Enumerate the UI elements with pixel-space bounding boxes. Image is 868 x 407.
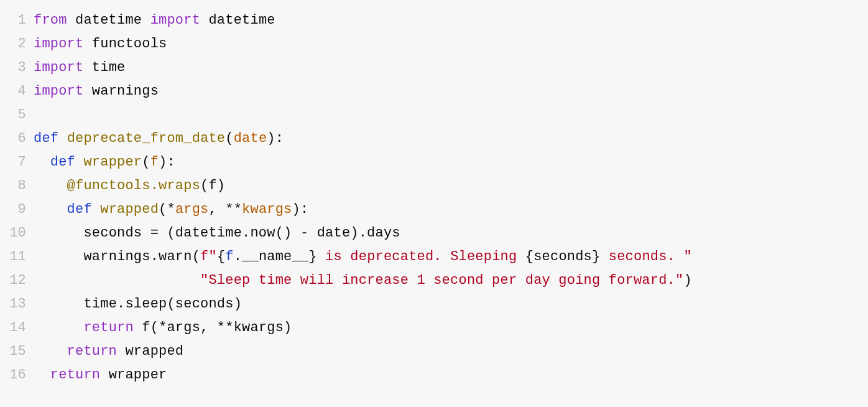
- token-plain: wrapper: [100, 367, 167, 383]
- code-line: 10 seconds = (datetime.now() - date).day…: [0, 222, 868, 245]
- token-plain: ):: [159, 154, 175, 170]
- token-fn: deprecate_from_date: [67, 131, 226, 146]
- line-number: 14: [0, 316, 34, 340]
- token-kw: return: [67, 344, 117, 359]
- token-plain: .__name__}: [234, 249, 317, 264]
- token-kw: from: [34, 12, 67, 28]
- token-plain: [58, 131, 67, 146]
- token-plain: datetime: [200, 12, 275, 28]
- line-number: 4: [0, 80, 34, 103]
- line-content: warnings.warn(f"{f.__name__} is deprecat…: [34, 245, 868, 269]
- token-str: seconds. ": [600, 249, 691, 264]
- token-plain: time: [83, 60, 125, 75]
- code-line: 3import time: [0, 56, 868, 80]
- line-content: def wrapper(f):: [34, 151, 868, 174]
- line-number: 9: [0, 198, 34, 222]
- token-str: "Sleep time will increase 1 second per d…: [200, 273, 683, 288]
- code-block: 1from datetime import datetime2import fu…: [0, 0, 868, 407]
- line-number: 3: [0, 56, 34, 80]
- token-fexpr: f: [225, 249, 233, 264]
- code-line: 14 return f(*args, **kwargs): [0, 316, 868, 340]
- line-content: return f(*args, **kwargs): [34, 316, 868, 340]
- token-kw: return: [50, 367, 100, 383]
- token-plain: ): [683, 273, 691, 288]
- line-number: 6: [0, 127, 34, 151]
- code-line: 16 return wrapper: [0, 363, 868, 387]
- line-number: 7: [0, 151, 34, 174]
- token-plain: functools: [83, 36, 167, 52]
- line-content: @functools.wraps(f): [34, 174, 868, 198]
- token-plain: ):: [267, 131, 284, 146]
- token-plain: wrapped: [117, 344, 183, 359]
- line-content: def wrapped(*args, **kwargs):: [34, 198, 868, 222]
- token-plain: warnings.warn(: [83, 249, 200, 264]
- line-number: 13: [0, 292, 34, 316]
- code-line: 8 @functools.wraps(f): [0, 174, 868, 198]
- token-plain: [75, 154, 83, 170]
- line-content: time.sleep(seconds): [34, 292, 868, 316]
- token-plain: {seconds}: [525, 249, 601, 264]
- token-str: is deprecated. Sleeping: [317, 249, 525, 264]
- token-fn: wrapped: [100, 202, 159, 217]
- code-line: 5: [0, 103, 868, 127]
- code-line: 4import warnings: [0, 80, 868, 103]
- line-number: 16: [0, 363, 34, 387]
- token-def: def: [50, 154, 75, 170]
- token-def: def: [67, 202, 92, 217]
- token-kw: import: [34, 83, 83, 99]
- token-plain: (*: [159, 202, 175, 217]
- line-content: import warnings: [34, 80, 868, 103]
- token-fn: wrapper: [83, 154, 142, 170]
- token-plain: [92, 202, 100, 217]
- token-def: def: [34, 131, 58, 146]
- code-line: 7 def wrapper(f):: [0, 151, 868, 174]
- code-line: 12 "Sleep time will increase 1 second pe…: [0, 269, 868, 292]
- line-content: def deprecate_from_date(date):: [34, 127, 868, 151]
- code-line: 11 warnings.warn(f"{f.__name__} is depre…: [0, 245, 868, 269]
- code-line: 1from datetime import datetime: [0, 9, 868, 32]
- code-line: 6def deprecate_from_date(date):: [0, 127, 868, 151]
- code-line: 15 return wrapped: [0, 340, 868, 363]
- code-line: 9 def wrapped(*args, **kwargs):: [0, 198, 868, 222]
- token-plain: f(*args, **kwargs): [134, 320, 292, 335]
- line-number: 1: [0, 9, 34, 32]
- line-content: import time: [34, 56, 868, 80]
- token-plain: , **: [208, 202, 242, 217]
- line-content: return wrapper: [34, 363, 868, 387]
- token-plain: (: [225, 131, 233, 146]
- line-number: 10: [0, 222, 34, 245]
- line-number: 8: [0, 174, 34, 198]
- token-fn: @functools.wraps: [67, 178, 200, 194]
- token-plain: {: [217, 249, 225, 264]
- line-content: return wrapped: [34, 340, 868, 363]
- token-param: args: [175, 202, 209, 217]
- line-number: 5: [0, 103, 34, 127]
- token-param: date: [234, 131, 267, 146]
- line-content: [34, 103, 868, 127]
- token-plain: (: [142, 154, 150, 170]
- token-kw: import: [34, 60, 83, 75]
- line-number: 12: [0, 269, 34, 292]
- line-number: 15: [0, 340, 34, 363]
- token-kw: return: [83, 320, 133, 335]
- token-plain: seconds = (datetime.now() - date).days: [83, 225, 400, 241]
- line-number: 2: [0, 32, 34, 56]
- line-content: seconds = (datetime.now() - date).days: [34, 222, 868, 245]
- code-line: 2import functools: [0, 32, 868, 56]
- token-param: f: [150, 154, 159, 170]
- line-content: "Sleep time will increase 1 second per d…: [34, 269, 868, 292]
- token-kw: import: [34, 36, 83, 52]
- token-plain: time.sleep(seconds): [83, 296, 242, 312]
- code-line: 13 time.sleep(seconds): [0, 292, 868, 316]
- token-plain: ):: [292, 202, 309, 217]
- token-plain: datetime: [67, 12, 150, 28]
- token-kw: import: [150, 12, 200, 28]
- token-str: f": [200, 249, 217, 264]
- line-content: from datetime import datetime: [34, 9, 868, 32]
- token-plain: (f): [200, 178, 225, 194]
- line-number: 11: [0, 245, 34, 269]
- token-plain: warnings: [83, 83, 159, 99]
- line-content: import functools: [34, 32, 868, 56]
- token-param: kwargs: [242, 202, 292, 217]
